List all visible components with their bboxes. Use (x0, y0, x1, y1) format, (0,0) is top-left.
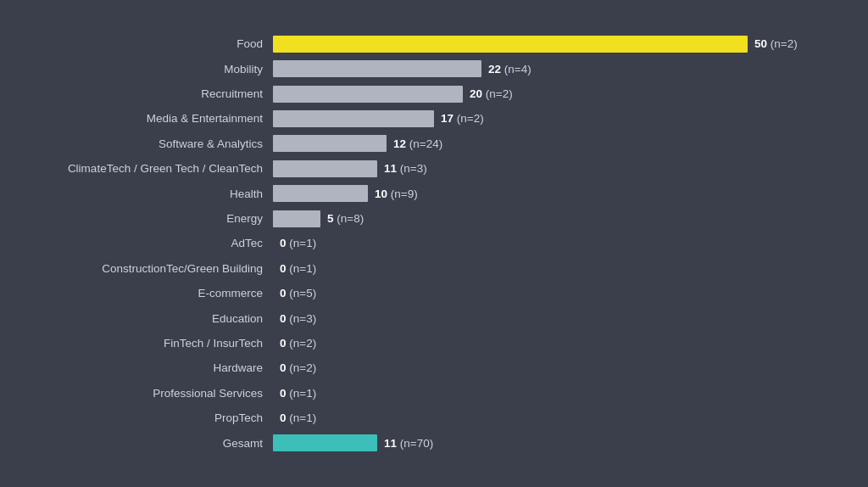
bar-value-label: 12 (n=24) (393, 137, 442, 150)
bar (273, 210, 320, 227)
bar-label: Software & Analytics (36, 137, 273, 150)
bar-value-label: 5 (n=8) (327, 212, 364, 225)
bar-value-label: 11 (n=3) (384, 162, 427, 175)
bar-area: 20 (n=2) (273, 86, 824, 103)
bar-label: Energy (36, 212, 273, 225)
bar-label: Media & Entertainment (36, 112, 273, 125)
bar-label: ClimateTech / Green Tech / CleanTech (36, 162, 273, 175)
bar-area: 0 (n=2) (273, 337, 824, 350)
bar-label: ConstructionTec/Green Building (36, 262, 273, 275)
bar-row: FinTech / InsurTech0 (n=2) (36, 332, 824, 355)
bar-row: Food50 (n=2) (36, 32, 824, 56)
bar-area: 22 (n=4) (273, 60, 824, 77)
bar-value-label: 0 (n=1) (280, 411, 316, 424)
bar-label: Professional Services (36, 387, 273, 400)
bar-row: Professional Services0 (n=1) (36, 381, 824, 405)
bar (273, 185, 368, 202)
bar-label: Gesamt (36, 437, 273, 450)
bar-row: Health10 (n=9) (36, 182, 824, 205)
bar-value-label: 11 (n=70) (384, 437, 433, 450)
bar-area: 11 (n=70) (273, 434, 824, 451)
bar-row: AdTec0 (n=1) (36, 232, 824, 255)
bar-row: Media & Entertainment17 (n=2) (36, 107, 824, 131)
bar-row: ClimateTech / Green Tech / CleanTech11 (… (36, 157, 824, 181)
bar-row: Gesamt11 (n=70) (36, 431, 824, 455)
bar (273, 135, 387, 152)
bar-value-label: 20 (n=2) (470, 87, 513, 100)
bar-value-label: 10 (n=9) (375, 188, 418, 200)
bar (273, 60, 481, 77)
bar-label: Food (36, 37, 273, 50)
bar-row: Energy5 (n=8) (36, 207, 824, 231)
bar-area: 10 (n=9) (273, 185, 824, 202)
bar-area: 0 (n=1) (273, 237, 824, 249)
bar-label: FinTech / InsurTech (36, 337, 273, 350)
bar-area: 50 (n=2) (273, 36, 824, 53)
bar-label: Mobility (36, 63, 273, 76)
bar-label: Hardware (36, 361, 273, 374)
bar (273, 86, 463, 103)
bar-value-label: 0 (n=5) (280, 287, 316, 299)
bar-value-label: 22 (n=4) (488, 63, 531, 76)
bar-label: Education (36, 312, 273, 325)
bar-area: 0 (n=2) (273, 361, 824, 374)
bar-row: Education0 (n=3) (36, 306, 824, 330)
bar-label: PropTech (36, 411, 273, 424)
bar-label: AdTec (36, 237, 273, 249)
bar-value-label: 0 (n=3) (280, 312, 316, 325)
bar-area: 5 (n=8) (273, 210, 824, 227)
bar-value-label: 0 (n=1) (280, 387, 316, 400)
bar-label: Recruitment (36, 87, 273, 100)
bar-value-label: 0 (n=2) (280, 337, 316, 350)
bar-row: PropTech0 (n=1) (36, 406, 824, 430)
bar-label: Health (36, 188, 273, 200)
bar (273, 160, 377, 177)
bar-area: 0 (n=1) (273, 411, 824, 424)
bar-area: 12 (n=24) (273, 135, 824, 152)
bar-area: 0 (n=5) (273, 287, 824, 299)
bar-row: Mobility22 (n=4) (36, 57, 824, 81)
bar (273, 434, 377, 451)
bar-row: Software & Analytics12 (n=24) (36, 132, 824, 155)
bar-area: 0 (n=1) (273, 387, 824, 400)
bar-value-label: 0 (n=2) (280, 361, 316, 374)
bar-row: Recruitment20 (n=2) (36, 82, 824, 106)
bar-value-label: 0 (n=1) (280, 262, 316, 275)
bar-value-label: 17 (n=2) (441, 112, 484, 125)
bar-row: ConstructionTec/Green Building0 (n=1) (36, 256, 824, 280)
bar-label: E-commerce (36, 287, 273, 299)
bar-value-label: 0 (n=1) (280, 237, 316, 249)
bar-area: 11 (n=3) (273, 160, 824, 177)
bar-row: E-commerce0 (n=5) (36, 282, 824, 305)
bar (273, 36, 748, 53)
bar-row: Hardware0 (n=2) (36, 356, 824, 380)
bar (273, 110, 434, 127)
bar-area: 0 (n=1) (273, 262, 824, 275)
bar-value-label: 50 (n=2) (754, 37, 798, 50)
chart-container: Food50 (n=2)Mobility22 (n=4)Recruitment2… (27, 14, 841, 473)
bar-area: 17 (n=2) (273, 110, 824, 127)
bar-area: 0 (n=3) (273, 312, 824, 325)
